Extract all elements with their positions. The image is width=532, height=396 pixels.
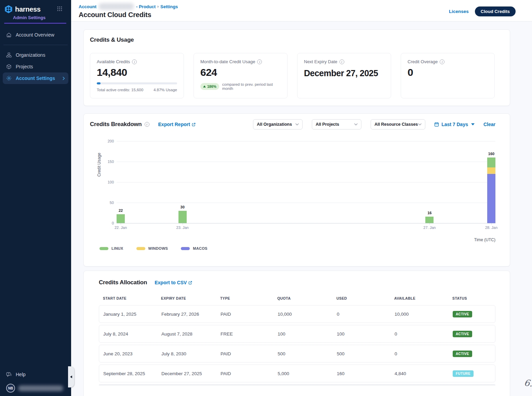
delta-note: compared to prev. period last month <box>222 82 281 91</box>
external-link-icon <box>188 281 192 285</box>
cloud-credits-button[interactable]: Cloud Credits <box>475 6 516 16</box>
info-icon[interactable]: i <box>340 59 344 64</box>
info-icon[interactable]: i <box>440 59 444 64</box>
sidebar-item-label: Projects <box>16 64 33 69</box>
filter-select-value: All Resource Classes <box>374 122 418 127</box>
licenses-link[interactable]: Licenses <box>449 9 469 14</box>
cell-start_date: July 8, 2024 <box>99 331 157 337</box>
bar-23Jan[interactable] <box>178 141 187 223</box>
legend-item-linux[interactable]: LINUX <box>99 246 123 250</box>
chart-legend: LINUXWINDOWSMACOS <box>99 246 208 250</box>
bar-segment-linux[interactable] <box>425 217 434 223</box>
table-row[interactable]: July 8, 2024August 7, 2028FREE1001000ACT… <box>99 325 495 343</box>
sidebar: harness Admin Settings Account OverviewO… <box>0 0 71 396</box>
x-axis-tick-label: 22. Jan <box>115 226 127 230</box>
total-active-credits: Total active credits: 15,600 <box>97 88 143 92</box>
chevron-right-icon <box>63 77 65 80</box>
x-axis-tick-label: 28. Jan <box>485 226 497 230</box>
chart-plot: 0501001502002222. Jan3023. Jan1627. Jan1… <box>117 141 495 223</box>
sidebar-item-projects[interactable]: Projects <box>3 61 68 72</box>
help-button[interactable]: ? Help <box>3 369 68 380</box>
cell-quota: 100 <box>274 331 333 337</box>
gridline-0 <box>117 223 495 223</box>
credit-usage-chart: Credit Usage 0501001502002222. Jan3023. … <box>90 136 495 256</box>
brand-name: harness <box>15 5 41 13</box>
stat-card-label-text: Available Credits <box>97 59 130 64</box>
cell-type: PAID <box>216 312 274 317</box>
user-row[interactable]: NB <box>3 380 68 394</box>
table-row[interactable]: June 20, 2023July 8, 2030PAID5005000ACTI… <box>99 345 495 363</box>
credits-breakdown-title: Credits Breakdown <box>90 121 142 128</box>
chevron-down-icon <box>418 123 422 125</box>
gridline-100 <box>117 182 495 182</box>
bar-segment-linux[interactable] <box>178 211 187 223</box>
cell-used: 500 <box>333 351 390 356</box>
stat-card-value: 624 <box>200 67 281 78</box>
credits-breakdown-panel: Credits Breakdown i Export Report All Or… <box>83 113 510 267</box>
breakdown-info-icon[interactable]: i <box>145 122 149 127</box>
stat-card-available-credits: Available Creditsi14,840Total active cre… <box>90 53 184 98</box>
user-avatar[interactable]: NB <box>6 384 15 393</box>
filter-select-value: All Organizations <box>257 122 292 127</box>
status-badge: FUTURE <box>453 370 474 377</box>
info-icon[interactable]: i <box>257 59 262 64</box>
page-title: Account Cloud Credits <box>79 11 178 19</box>
date-range-label: Last 7 Days <box>441 122 468 127</box>
allocation-header: Credits Allocation Export to CSV <box>99 279 495 286</box>
usage-percent: 4.87% Usage <box>154 88 177 92</box>
breadcrumb-product[interactable]: - Product <box>136 4 156 9</box>
export-csv-link[interactable]: Export to CSV <box>155 280 192 285</box>
stat-card-label: Available Creditsi <box>97 59 177 64</box>
bar-segment-linux[interactable] <box>117 214 125 223</box>
breadcrumb-settings[interactable]: Settings <box>160 4 178 9</box>
bar-segment-linux[interactable] <box>487 158 495 167</box>
table-row[interactable]: September 28, 2025December 27, 2025PAID5… <box>99 365 495 382</box>
cell-used: 0 <box>333 312 390 317</box>
calendar-icon <box>434 122 439 127</box>
credits-usage-title: Credits & Usage <box>90 37 504 43</box>
stat-card-next-expiry-date: Next Expiry DateiDecember 27, 2025 <box>297 53 391 98</box>
y-axis-tick: 0 <box>103 221 114 225</box>
delta-row: 186%compared to prev. period last month <box>200 82 281 91</box>
clear-filters-link[interactable]: Clear <box>483 122 495 127</box>
sidebar-item-organizations[interactable]: Organizations <box>3 49 68 61</box>
chart-x-axis-label: Time (UTC) <box>474 237 495 242</box>
stat-card-label: Credit Overagei <box>408 59 488 64</box>
filter-select-all-organizations[interactable]: All Organizations <box>253 119 303 129</box>
cell-quota: 500 <box>274 351 333 356</box>
filter-select-all-projects[interactable]: All Projects <box>312 119 361 129</box>
sidebar-item-account-settings[interactable]: Account Settings <box>3 72 68 84</box>
external-link-icon <box>192 123 196 126</box>
cell-quota: 10,000 <box>274 312 333 317</box>
sidebar-accent-line <box>4 23 66 24</box>
bar-segment-windows[interactable] <box>487 167 495 174</box>
breakdown-header: Credits Breakdown i Export Report All Or… <box>90 119 495 129</box>
bar-segment-macos[interactable] <box>487 174 495 223</box>
filter-select-all-resource-classes[interactable]: All Resource Classes <box>371 119 425 129</box>
breadcrumb-redacted <box>98 3 134 10</box>
table-row[interactable]: January 1, 2025February 27, 2026PAID10,0… <box>99 305 495 323</box>
cell-available: 0 <box>390 331 449 337</box>
app-grid-icon[interactable] <box>57 6 62 13</box>
legend-item-macos[interactable]: MACOS <box>181 246 207 250</box>
legend-item-windows[interactable]: WINDOWS <box>136 246 168 250</box>
y-axis-tick: 100 <box>103 180 114 184</box>
cube-icon <box>6 64 12 69</box>
x-axis-tickmark <box>429 223 430 224</box>
y-axis-tick: 200 <box>103 139 114 143</box>
date-range-picker[interactable]: Last 7 Days <box>434 122 475 127</box>
sidebar-item-account-overview[interactable]: Account Overview <box>3 29 68 41</box>
home-icon <box>6 32 12 38</box>
cell-start_date: January 1, 2025 <box>99 312 157 317</box>
credits-usage-panel: Credits & Usage Available Creditsi14,840… <box>83 29 510 106</box>
column-header-start-date: START DATE <box>99 296 157 300</box>
stat-card-label-text: Next Expiry Date <box>304 59 337 64</box>
topbar-right: Licenses Cloud Credits <box>449 6 516 16</box>
info-icon[interactable]: i <box>132 59 137 64</box>
export-report-link[interactable]: Export Report <box>158 122 196 127</box>
bar-total-label: 22 <box>119 208 123 213</box>
stat-card-value: 14,840 <box>97 67 177 78</box>
sidebar-header: harness Admin Settings <box>0 0 71 24</box>
sidebar-collapse-handle[interactable] <box>68 366 74 387</box>
breadcrumb-account[interactable]: Account <box>79 4 96 9</box>
